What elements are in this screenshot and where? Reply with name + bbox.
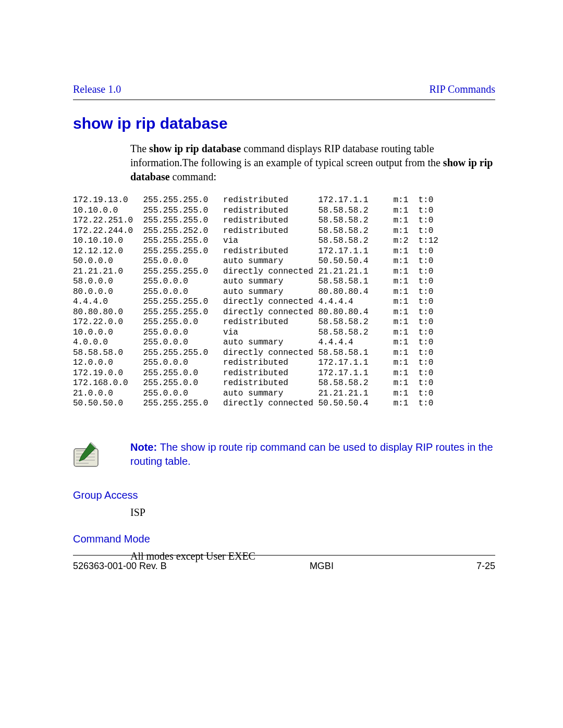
command-title: show ip rip database (73, 115, 495, 132)
footer-center: MGBI (310, 561, 334, 572)
intro-suffix: command: (170, 171, 216, 182)
note-icon (73, 440, 101, 468)
release-label: Release 1.0 (73, 83, 121, 95)
group-access-label: Group Access (73, 489, 495, 501)
note-block: Note: The show ip route rip command can … (73, 440, 495, 468)
intro-cmd1: show ip rip database (149, 143, 241, 154)
footer-right: 7-25 (476, 561, 495, 572)
intro-paragraph: The show ip rip database command display… (130, 142, 495, 184)
intro-prefix: The (130, 143, 149, 154)
section-label: RIP Commands (430, 83, 496, 95)
page: Release 1.0 RIP Commands show ip rip dat… (0, 0, 563, 562)
note-label: Note: (130, 441, 160, 453)
routing-table-output: 172.19.13.0 255.255.255.0 redistributed … (73, 195, 495, 409)
command-mode-label: Command Mode (73, 533, 495, 545)
page-header: Release 1.0 RIP Commands (73, 83, 495, 100)
note-body: The show ip route rip command can be use… (130, 441, 493, 467)
note-text: Note: The show ip route rip command can … (130, 440, 495, 468)
page-footer: 526363-001-00 Rev. B MGBI 7-25 (73, 555, 495, 572)
group-access-value: ISP (130, 507, 495, 519)
footer-left: 526363-001-00 Rev. B (73, 561, 167, 572)
